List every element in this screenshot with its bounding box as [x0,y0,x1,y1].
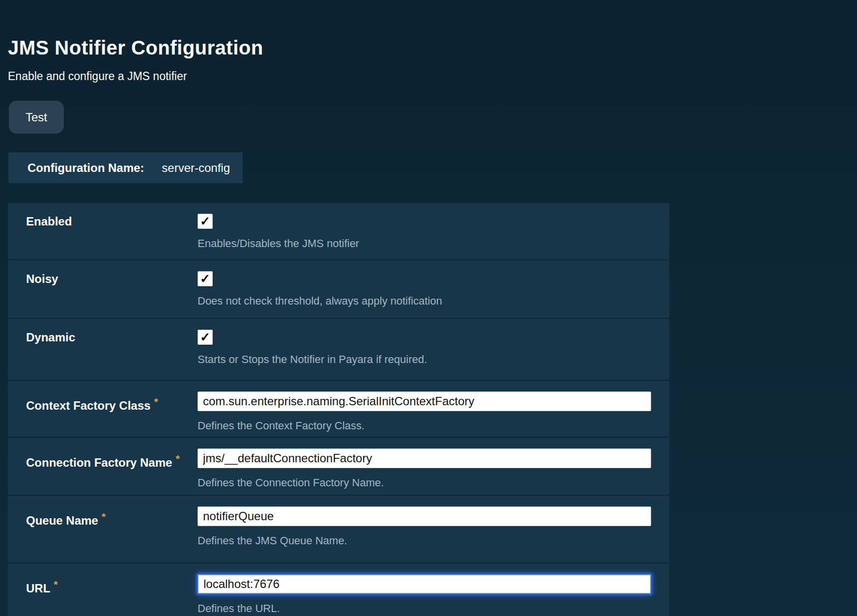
config-name-label: Configuration Name: [28,161,144,175]
url-description: Defines the URL. [198,602,669,615]
checkmark-icon: ✓ [200,215,210,227]
table-row-noisy: Noisy ✓ Does not check threshold, always… [8,259,669,318]
required-asterisk: * [175,453,179,464]
queue-name-label: Queue Name [26,514,98,527]
connection-factory-name-label: Connection Factory Name [26,456,172,469]
noisy-checkbox[interactable]: ✓ [198,271,213,286]
dynamic-description: Starts or Stops the Notifier in Payara i… [198,353,669,366]
connection-factory-name-description: Defines the Connection Factory Name. [198,476,669,489]
page-subtitle: Enable and configure a JMS notifier [8,70,187,83]
context-factory-class-description: Defines the Context Factory Class. [198,419,669,432]
table-row-queue-name: Queue Name* Defines the JMS Queue Name. [8,495,669,562]
table-row-enabled: Enabled ✓ Enables/Disables the JMS notif… [8,203,669,259]
required-asterisk: * [154,396,158,407]
page-title: JMS Notifier Configuration [8,37,263,59]
required-asterisk: * [54,579,57,590]
url-input[interactable] [198,574,651,594]
enabled-description: Enables/Disables the JMS notifier [198,237,669,250]
jms-notifier-configuration-page: JMS Notifier Configuration Enable and co… [0,0,857,616]
enabled-label: Enabled [26,214,198,259]
config-name-value: server-config [162,161,230,175]
config-name-bar: Configuration Name: server-config [8,152,243,183]
enabled-checkbox[interactable]: ✓ [198,214,213,229]
context-factory-class-input[interactable] [198,392,651,411]
queue-name-input[interactable] [198,506,651,526]
checkmark-icon: ✓ [200,331,210,343]
checkmark-icon: ✓ [200,273,210,285]
table-row-connection-factory-name: Connection Factory Name* Defines the Con… [8,437,669,495]
table-row-url: URL* Defines the URL. [8,562,669,616]
table-row-dynamic: Dynamic ✓ Starts or Stops the Notifier i… [8,318,669,380]
dynamic-label: Dynamic [26,330,198,380]
queue-name-description: Defines the JMS Queue Name. [198,534,669,547]
dynamic-checkbox[interactable]: ✓ [198,330,213,345]
noisy-label: Noisy [26,271,198,318]
url-label: URL [26,582,50,595]
required-asterisk: * [102,511,106,522]
context-factory-class-label: Context Factory Class [26,399,150,412]
settings-table: Enabled ✓ Enables/Disables the JMS notif… [8,203,669,616]
connection-factory-name-input[interactable] [198,448,651,468]
test-button[interactable]: Test [9,101,64,134]
table-row-context-factory-class: Context Factory Class* Defines the Conte… [8,380,669,437]
noisy-description: Does not check threshold, always apply n… [198,294,669,308]
